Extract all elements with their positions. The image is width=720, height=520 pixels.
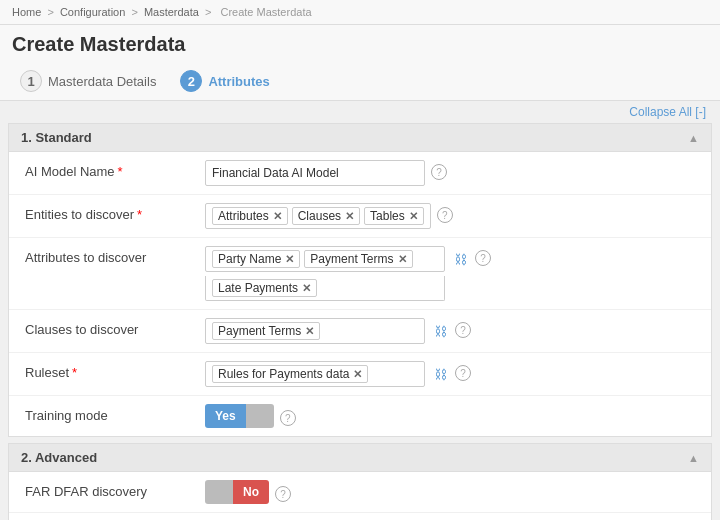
attributes-label: Attributes to discover [25,246,205,265]
entities-row: Entities to discover * Attributes ✕ Clau… [9,195,711,238]
attributes-tag-partyname-remove[interactable]: ✕ [285,253,294,266]
tabs-container: 1 Masterdata Details 2 Attributes [0,62,720,101]
tab-1-label: Masterdata Details [48,74,156,89]
attributes-tags-row2[interactable]: Late Payments ✕ [205,276,445,301]
attributes-tag-latepayments-remove[interactable]: ✕ [302,282,311,295]
clauses-row: Clauses to discover Payment Terms ✕ ⛓ ? [9,310,711,353]
ai-model-name-value: ? [205,160,695,186]
attributes-link-icon[interactable]: ⛓ [451,250,469,268]
entities-tag-clauses: Clauses ✕ [292,207,360,225]
entities-tag-attributes: Attributes ✕ [212,207,288,225]
far-dfar-toggle-container: No ? [205,480,291,504]
collapse-all-link[interactable]: Collapse All [-] [629,105,706,119]
attributes-tag-paymentterms: Payment Terms ✕ [304,250,412,268]
advanced-section-header[interactable]: 2. Advanced ▲ [9,444,711,472]
ruleset-required: * [72,365,77,380]
clauses-tag-paymentterms-remove[interactable]: ✕ [305,325,314,338]
entities-tag-clauses-remove[interactable]: ✕ [345,210,354,223]
entities-tag-tables: Tables ✕ [364,207,424,225]
tab-1-number: 1 [20,70,42,92]
attributes-tag-paymentterms-remove[interactable]: ✕ [398,253,407,266]
ruleset-label: Ruleset * [25,361,205,380]
entities-tag-tables-remove[interactable]: ✕ [409,210,418,223]
training-mode-toggle[interactable]: Yes [205,404,274,428]
ai-model-name-label: AI Model Name * [25,160,205,179]
entities-tag-attributes-remove[interactable]: ✕ [273,210,282,223]
ruleset-tags[interactable]: Rules for Payments data ✕ [205,361,425,387]
far-dfar-value: No ? [205,480,695,504]
entities-label: Entities to discover * [25,203,205,222]
tab-masterdata-details[interactable]: 1 Masterdata Details [12,62,172,100]
advanced-section: 2. Advanced ▲ FAR DFAR discovery No ? Mo… [8,443,712,520]
ruleset-link-icon[interactable]: ⛓ [431,365,449,383]
page-title: Create Masterdata [0,25,720,62]
ruleset-help-icon[interactable]: ? [455,365,471,381]
clauses-label: Clauses to discover [25,318,205,337]
tab-2-label: Attributes [208,74,269,89]
attributes-row: Attributes to discover Party Name ✕ Paym… [9,238,711,310]
standard-section-title: 1. Standard [21,130,92,145]
far-dfar-help-icon[interactable]: ? [275,486,291,502]
standard-section: 1. Standard ▲ AI Model Name * ? Entities… [8,123,712,437]
training-mode-row: Training mode Yes ? [9,396,711,436]
breadcrumb: Home > Configuration > Masterdata > Crea… [0,0,720,25]
clauses-link-icon[interactable]: ⛓ [431,322,449,340]
attributes-tag-latepayments: Late Payments ✕ [212,279,317,297]
breadcrumb-masterdata[interactable]: Masterdata [144,6,199,18]
attributes-help-icon[interactable]: ? [475,250,491,266]
ruleset-value: Rules for Payments data ✕ ⛓ ? [205,361,695,387]
standard-section-header[interactable]: 1. Standard ▲ [9,124,711,152]
ai-model-name-row: AI Model Name * ? [9,152,711,195]
clauses-tag-paymentterms: Payment Terms ✕ [212,322,320,340]
ruleset-row: Ruleset * Rules for Payments data ✕ ⛓ ? [9,353,711,396]
clauses-help-icon[interactable]: ? [455,322,471,338]
breadcrumb-current: Create Masterdata [220,6,311,18]
entities-required: * [137,207,142,222]
ruleset-tag-rules-remove[interactable]: ✕ [353,368,362,381]
model-training-row: Model training performance report ? Link… [9,513,711,520]
training-mode-help-icon[interactable]: ? [280,410,296,426]
entities-tags[interactable]: Attributes ✕ Clauses ✕ Tables ✕ [205,203,431,229]
tab-2-number: 2 [180,70,202,92]
ai-model-required: * [118,164,123,179]
attributes-value: Party Name ✕ Payment Terms ✕ Late Paymen… [205,246,695,301]
far-dfar-row: FAR DFAR discovery No ? [9,472,711,513]
far-dfar-toggle[interactable]: No [205,480,269,504]
ruleset-tag-rules: Rules for Payments data ✕ [212,365,368,383]
training-mode-yes[interactable]: Yes [205,404,246,428]
standard-section-toggle: ▲ [688,132,699,144]
entities-help-icon[interactable]: ? [437,207,453,223]
attributes-tags[interactable]: Party Name ✕ Payment Terms ✕ [205,246,445,272]
advanced-section-toggle: ▲ [688,452,699,464]
breadcrumb-home[interactable]: Home [12,6,41,18]
far-dfar-no[interactable]: No [233,480,269,504]
advanced-section-title: 2. Advanced [21,450,97,465]
clauses-tags[interactable]: Payment Terms ✕ [205,318,425,344]
attributes-tag-partyname: Party Name ✕ [212,250,300,268]
far-dfar-yes[interactable] [205,480,233,504]
ai-model-help-icon[interactable]: ? [431,164,447,180]
training-mode-toggle-container: Yes ? [205,404,296,428]
ai-model-name-input[interactable] [205,160,425,186]
breadcrumb-configuration[interactable]: Configuration [60,6,125,18]
training-mode-no[interactable] [246,404,274,428]
tab-attributes[interactable]: 2 Attributes [172,62,285,100]
training-mode-label: Training mode [25,404,205,423]
training-mode-value: Yes ? [205,404,695,428]
entities-value: Attributes ✕ Clauses ✕ Tables ✕ ? [205,203,695,229]
far-dfar-label: FAR DFAR discovery [25,480,205,499]
clauses-value: Payment Terms ✕ ⛓ ? [205,318,695,344]
